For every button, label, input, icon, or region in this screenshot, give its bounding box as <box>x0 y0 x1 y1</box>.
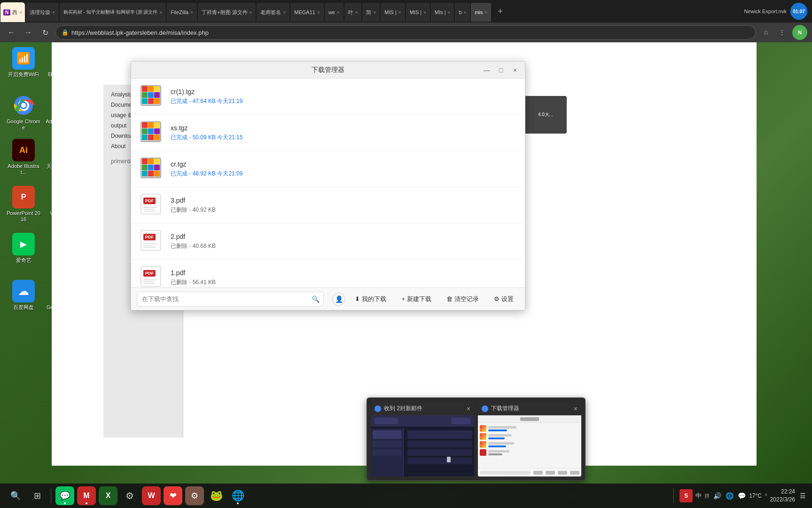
dm-close-button[interactable]: × <box>509 64 521 76</box>
tab-zhihu[interactable]: 购买耗材 - 知乎文献翻译 知网研学 (原 源文件 × <box>60 3 166 22</box>
dm-minimize-button[interactable]: — <box>481 64 493 76</box>
dm-maximize-button[interactable]: □ <box>495 64 507 76</box>
address-bar-row: ← → ↻ 🔒 https://webblast.ipk-gatersleben… <box>0 23 812 42</box>
network-icon[interactable]: 🌐 <box>725 491 734 500</box>
desktop-icon-chrome[interactable]: Google Chrome <box>5 94 42 131</box>
pdf-file-icon-3: PDF <box>141 266 163 287</box>
taskbar-wechat[interactable]: 💬 <box>55 486 74 505</box>
bookmark-star-button[interactable]: ☆ <box>759 26 773 39</box>
desktop-icon-ppt[interactable]: P PowerPoint 2016 <box>5 186 42 222</box>
taskbar-excel[interactable]: X <box>99 486 117 505</box>
action-center-icon[interactable]: ☰ <box>798 491 807 500</box>
taskbar-preview-popup: 收到 2封新邮件 × <box>367 397 586 481</box>
taskbar-task-view[interactable]: ⊞ <box>28 486 47 505</box>
wifi-label: 开启免费WiFi <box>8 71 39 78</box>
dm-item-meta-5: 已删除 - 40.68 KB <box>171 242 512 250</box>
tab-mis3[interactable]: MIs | × <box>431 3 454 22</box>
tab-b[interactable]: b × <box>455 3 470 22</box>
tab-bie[interactable]: 简 × <box>362 3 380 22</box>
system-tray-expand[interactable]: ^ <box>765 492 767 499</box>
clear-history-btn[interactable]: 🗑 清空记录 <box>441 292 484 306</box>
download-item-cr1[interactable]: cr(1).tgz 已完成 - 47.64 KB 今天21:19 <box>131 79 521 115</box>
dm-item-meta-1: 已完成 - 47.64 KB 今天21:19 <box>171 97 512 105</box>
dm-search-input[interactable] <box>142 295 319 302</box>
download-item-cr[interactable]: cr.tgz 已完成 - 48.92 KB 今天21:09 <box>131 151 521 187</box>
tb-divider-1 <box>51 488 51 503</box>
baidu-icon: ☁ <box>12 280 35 302</box>
tab-onenote[interactable]: N 西 × <box>0 2 25 22</box>
taskbar-frog[interactable]: 🐸 <box>207 486 226 505</box>
new-download-btn[interactable]: + 新建下载 <box>396 292 437 306</box>
clock-time: 22:24 <box>770 488 795 496</box>
dm-content[interactable]: cr(1).tgz 已完成 - 47.64 KB 今天21:19 <box>131 79 525 287</box>
taskbar-search[interactable]: 🔍 <box>6 486 25 505</box>
preview-email-thumbnail[interactable] <box>371 415 474 476</box>
temperature-display[interactable]: 17°C <box>749 492 762 499</box>
taskbar-wps-writer[interactable]: W <box>142 486 161 505</box>
tab-mega[interactable]: MEGA11 × <box>290 3 323 22</box>
preview-card-dm[interactable]: 下载管理器 × <box>478 402 581 476</box>
download-item-2pdf[interactable]: PDF 2.pdf 已删除 - 40.68 KB <box>131 223 521 260</box>
tab-lajiji[interactable]: 清理垃圾 × <box>26 3 59 22</box>
notification-icon[interactable]: 💬 <box>737 491 746 500</box>
address-bar[interactable]: 🔒 https://webblast.ipk-gatersleben.de/mi… <box>55 25 756 40</box>
desktop-icon-aiqiyi[interactable]: ▶ 爱奇艺 <box>5 233 42 263</box>
desktop-icon-illustrator[interactable]: Ai Adobe Illustrat... <box>5 139 42 175</box>
svg-point-3 <box>21 103 26 108</box>
dm-titlebar: 下载管理器 — □ × <box>131 62 525 79</box>
tab-onenote-close[interactable]: × <box>19 10 22 15</box>
browser-settings-button[interactable]: ⋮ <box>775 26 789 39</box>
dm-search-box[interactable]: 🔍 <box>137 292 324 307</box>
my-downloads-button[interactable]: 👤 <box>332 293 345 306</box>
forward-button[interactable]: → <box>22 26 35 39</box>
tab-ye1[interactable]: 叶 × <box>344 3 362 22</box>
taskbar-mendeley[interactable]: M <box>77 486 96 505</box>
ime-pinyin-indicator[interactable]: 拼 <box>704 492 710 500</box>
desktop-icon-wifi[interactable]: 📶 开启免费WiFi <box>5 47 42 78</box>
tab-mis1[interactable]: MIS | × <box>381 3 405 22</box>
dm-settings-btn[interactable]: ⚙ 设置 <box>488 292 519 306</box>
taskbar-app-red[interactable]: ❤ <box>164 486 182 505</box>
dm-item-name-2: xs.tgz <box>171 124 512 132</box>
url-text: https://webblast.ipk-gatersleben.de/misa… <box>71 29 209 36</box>
my-downloads-btn[interactable]: ⬇ 我的下载 <box>349 292 392 306</box>
tab-we[interactable]: we × <box>325 3 344 22</box>
browser-actions: ☆ ⋮ <box>759 26 789 39</box>
tab-txq[interactable]: 丁祥青+附图 源文件 × <box>198 3 256 22</box>
profile-name: Newick Export.nvk <box>744 8 787 14</box>
download-item-3pdf[interactable]: PDF 3.pdf 已删除 - 40.92 KB <box>131 187 521 223</box>
dm-item-info-4: 3.pdf 已删除 - 40.92 KB <box>171 197 512 214</box>
profile-badge[interactable]: N <box>792 25 807 40</box>
tab-filezilla[interactable]: FileZilla × <box>167 3 197 22</box>
back-button[interactable]: ← <box>5 26 18 39</box>
new-tab-button[interactable]: + <box>493 5 507 18</box>
mendeley-dot <box>86 502 87 504</box>
refresh-button[interactable]: ↻ <box>39 26 52 39</box>
desktop-icon-baidu[interactable]: ☁ 百度网盘 <box>5 280 42 310</box>
taskbar-app-brown[interactable]: ⚙ <box>185 486 204 505</box>
dm-window-controls: — □ × <box>481 64 521 76</box>
ime-chinese-indicator[interactable]: 中 <box>695 492 702 500</box>
tab-teacher[interactable]: 老师签名 × <box>257 3 289 22</box>
preview-card-email[interactable]: 收到 2封新邮件 × <box>371 402 474 476</box>
dm-title: 下载管理器 <box>312 66 344 74</box>
system-clock[interactable]: 22:24 2022/3/26 <box>770 488 795 504</box>
tab-mis2[interactable]: MIS | × <box>406 3 430 22</box>
tab-close[interactable]: × <box>52 10 55 15</box>
download-item-1pdf[interactable]: PDF 1.pdf 已删除 - 56.41 KB <box>131 260 521 287</box>
taskbar-chrome[interactable]: 🌐 <box>228 486 247 505</box>
dm-item-info-2: xs.tgz 已完成 - 50.09 KB 今天21:15 <box>171 124 512 142</box>
speaker-icon[interactable]: 🔊 <box>712 491 722 500</box>
time-badge: 01:07 <box>790 3 807 20</box>
tab-mis-active[interactable]: mis × <box>471 3 491 22</box>
preview-email-close[interactable]: × <box>467 405 470 413</box>
dm-item-info-6: 1.pdf 已删除 - 56.41 KB <box>171 269 512 286</box>
preview-dm-thumbnail[interactable] <box>478 415 581 476</box>
preview-dm-close[interactable]: × <box>574 405 578 413</box>
clear-icon: 🗑 <box>446 295 453 302</box>
dm-item-meta-6: 已删除 - 56.41 KB <box>171 278 512 286</box>
browser-tab-bar: N 西 × 清理垃圾 × 购买耗材 - 知乎文献翻译 知网研学 (原 源文件 ×… <box>0 0 812 23</box>
download-item-xs[interactable]: xs.tgz 已完成 - 50.09 KB 今天21:15 <box>131 115 521 151</box>
taskbar-settings[interactable]: ⚙ <box>120 486 139 505</box>
sougou-ime-icon[interactable]: S <box>679 489 693 502</box>
